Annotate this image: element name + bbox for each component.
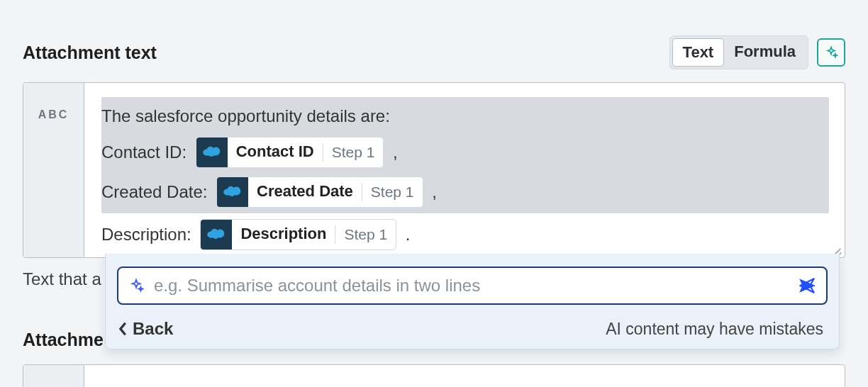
attachment-text-editor[interactable]: ABC The salesforce opportunity details a… (23, 82, 845, 258)
editor-intro-text: The salesforce opportunity details are: (101, 104, 390, 128)
trailing-text: , (428, 180, 437, 204)
token-name: Contact ID (228, 138, 323, 167)
send-button[interactable] (798, 276, 816, 295)
section-title-partial: Attachme (23, 330, 104, 350)
token-created-date[interactable]: Created Date Step 1 (216, 176, 423, 208)
token-description[interactable]: Description Step 1 (200, 219, 396, 250)
token-step: Step 1 (362, 177, 423, 207)
trailing-text: . (401, 223, 410, 247)
editor-type-indicator (23, 365, 84, 387)
mode-toggle-formula[interactable]: Formula (724, 38, 806, 67)
token-step: Step 1 (323, 138, 384, 167)
secondary-editor[interactable] (23, 364, 845, 387)
send-icon (798, 276, 816, 295)
mode-toggle-text[interactable]: Text (672, 38, 725, 67)
ai-prompt-field[interactable] (117, 267, 828, 305)
sparkle-icon (128, 278, 144, 293)
field-label: Created Date: (101, 180, 212, 204)
editor-type-indicator: ABC (23, 83, 84, 257)
ai-assist-button[interactable] (817, 38, 845, 67)
salesforce-icon (201, 220, 232, 249)
ai-disclaimer: AI content may have mistakes (606, 320, 823, 339)
salesforce-icon (196, 138, 228, 167)
sparkle-icon (824, 45, 838, 60)
back-button[interactable]: Back (118, 319, 173, 339)
token-name: Description (232, 220, 335, 249)
trailing-text: , (388, 140, 397, 164)
ai-assist-panel: Back AI content may have mistakes (105, 254, 840, 349)
field-label: Contact ID: (101, 140, 191, 164)
salesforce-icon (217, 177, 248, 207)
chevron-left-icon (118, 321, 128, 337)
mode-toggle: Text Formula (669, 35, 808, 69)
ai-prompt-input[interactable] (152, 275, 789, 296)
section-title-attachment-text: Attachment text (23, 43, 157, 63)
field-label: Description: (101, 223, 196, 247)
back-label: Back (133, 319, 173, 339)
token-step: Step 1 (335, 220, 396, 249)
token-contact-id[interactable]: Contact ID Step 1 (196, 137, 384, 168)
selected-text-block: The salesforce opportunity details are: … (101, 97, 829, 213)
token-name: Created Date (248, 177, 362, 207)
